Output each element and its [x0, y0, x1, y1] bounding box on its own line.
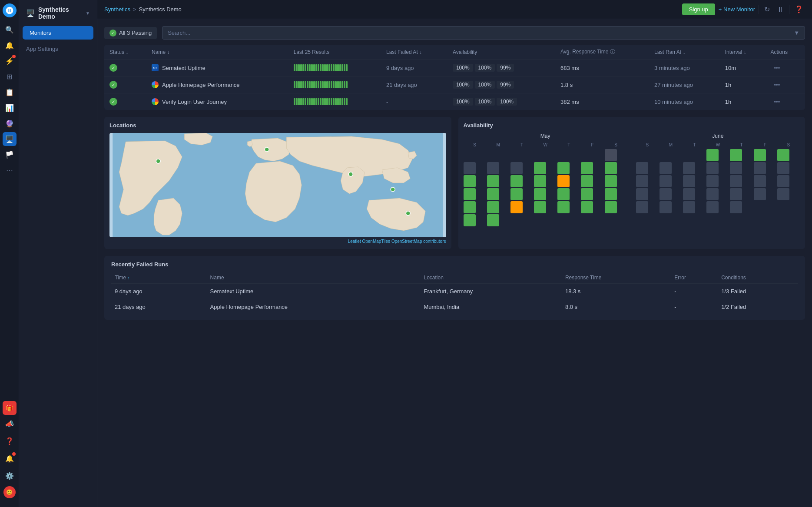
sidebar-item-avatar[interactable]: 😊: [3, 486, 16, 498]
cal-cell-may30: [464, 214, 476, 226]
cal-cell-may5: [534, 162, 546, 174]
day-header-t2: T: [557, 142, 580, 148]
monitors-button[interactable]: Monitors: [23, 26, 93, 40]
help-icon[interactable]: ❓: [793, 3, 805, 15]
result-tick: [294, 98, 295, 105]
monitor-name-text[interactable]: Sematext Uptime: [162, 65, 205, 71]
sidebar-item-dashboard[interactable]: ⊞: [3, 70, 17, 83]
sidebar-item-flags[interactable]: 🏳️: [3, 148, 17, 162]
monitor-name-text[interactable]: Verify Login User Journey: [162, 99, 227, 105]
cal-cell-may4: [510, 162, 523, 174]
result-tick: [305, 81, 306, 88]
gift-icon-button[interactable]: 🎁: [3, 401, 17, 415]
breadcrumb-synthetics[interactable]: Synthetics: [104, 6, 130, 13]
june-cell-22: [706, 188, 719, 200]
cal-cell-may24: [487, 201, 499, 213]
availability-title: Availability: [464, 122, 800, 129]
result-tick: [346, 81, 348, 88]
results-bar: [294, 64, 376, 71]
col-last25: Last 25 Results: [288, 45, 381, 60]
refresh-icon[interactable]: ↻: [762, 3, 772, 15]
pause-icon[interactable]: ⏸: [775, 4, 785, 15]
result-tick: [322, 64, 324, 71]
app-settings-link[interactable]: App Settings: [23, 43, 93, 55]
result-tick: [324, 81, 326, 88]
time-cell: 21 days ago: [111, 299, 207, 315]
cal-empty: [510, 149, 523, 161]
table-row[interactable]: ✓STSematext Uptime9 days ago100%100%99%6…: [104, 60, 805, 76]
june-cell-11: [777, 162, 789, 174]
sidebar-item-experience[interactable]: 🔮: [3, 116, 17, 130]
nav-app-icon: 🖥️: [26, 9, 35, 17]
favicon-uptime: ST: [152, 64, 159, 71]
new-monitor-button[interactable]: + New Monitor: [719, 6, 755, 13]
sidebar-item-more[interactable]: ⋯: [3, 163, 17, 177]
result-tick: [320, 81, 321, 88]
sidebar-item-search[interactable]: 🔍: [3, 23, 17, 36]
bottom-panels: Locations: [104, 117, 805, 249]
results-cell: [288, 76, 381, 93]
name-cell[interactable]: Verify Login User Journey: [146, 93, 288, 110]
sidebar-item-notifications[interactable]: 🔔: [3, 451, 17, 465]
actions-button[interactable]: •••: [771, 98, 784, 106]
table-row[interactable]: ✓Apple Homepage Performance21 days ago10…: [104, 76, 805, 93]
result-tick: [307, 81, 308, 88]
actions-cell[interactable]: •••: [766, 60, 805, 76]
app-logo[interactable]: [3, 3, 17, 17]
avail-badge: 100%: [475, 98, 495, 106]
result-tick: [341, 98, 343, 105]
map-dot-mumbai: [348, 172, 353, 176]
sidebar-item-help[interactable]: ❓: [3, 434, 17, 448]
signup-button[interactable]: Sign up: [682, 3, 715, 15]
may-calendar-grid: S M T W T F S: [464, 142, 627, 226]
name-cell[interactable]: Apple Homepage Performance: [146, 76, 288, 93]
actions-button[interactable]: •••: [771, 64, 784, 72]
name-cell[interactable]: STSematext Uptime: [146, 60, 288, 76]
top-bar-divider: [759, 5, 759, 14]
june-cell-15: [706, 175, 719, 187]
avail-badge: 100%: [453, 64, 473, 72]
result-tick: [337, 64, 339, 71]
status-icon: ✓: [109, 81, 117, 89]
avail-badge: 100%: [475, 81, 495, 89]
sidebar-item-megaphone[interactable]: 📣: [3, 417, 17, 431]
cal-cell-may17: [487, 188, 499, 200]
sidebar-item-alerts[interactable]: 🔔: [3, 38, 17, 52]
avg-response-cell: 683 ms: [555, 60, 649, 76]
actions-button[interactable]: •••: [771, 81, 784, 89]
breadcrumb: Synthetics > Synthetics Demo: [104, 6, 182, 13]
day-header-s2: S: [605, 142, 627, 148]
failed-col-location: Location: [420, 272, 561, 284]
sidebar-item-synthetics[interactable]: 🖥️: [3, 132, 17, 146]
sidebar-item-settings[interactable]: ⚙️: [3, 469, 17, 483]
table-row[interactable]: ✓Verify Login User Journey-100%100%100%3…: [104, 93, 805, 110]
avail-badge: 100%: [497, 98, 517, 106]
cal-cell-may7: [581, 162, 593, 174]
cal-empty: [777, 201, 789, 213]
cal-cell-may18: [510, 188, 523, 200]
monitor-name-text[interactable]: Apple Homepage Performance: [162, 82, 240, 88]
actions-cell[interactable]: •••: [766, 76, 805, 93]
cal-cell-may2: [464, 162, 476, 174]
sidebar-item-reports[interactable]: 📊: [3, 101, 17, 115]
nav-chevron-icon: ▼: [86, 11, 90, 16]
cal-cell-may21: [581, 188, 593, 200]
sidebar-item-logs[interactable]: 📋: [3, 85, 17, 99]
last-ran-cell: 3 minutes ago: [649, 60, 720, 76]
cal-cell-may14: [581, 175, 593, 187]
search-box[interactable]: ▼: [162, 26, 805, 40]
search-input[interactable]: [168, 30, 794, 36]
sidebar-item-apm[interactable]: ⚡: [3, 54, 17, 68]
result-tick: [339, 81, 341, 88]
map-container[interactable]: [109, 133, 446, 237]
result-tick: [311, 81, 313, 88]
cal-empty: [534, 149, 546, 161]
result-tick: [315, 81, 317, 88]
cal-cell-may31: [487, 214, 499, 226]
result-tick: [344, 98, 345, 105]
error-cell: -: [671, 299, 718, 315]
nav-header[interactable]: 🖥️ Synthetics Demo ▼: [23, 3, 93, 23]
actions-cell[interactable]: •••: [766, 93, 805, 110]
interval-cell: 1h: [720, 76, 766, 93]
result-tick: [294, 81, 295, 88]
